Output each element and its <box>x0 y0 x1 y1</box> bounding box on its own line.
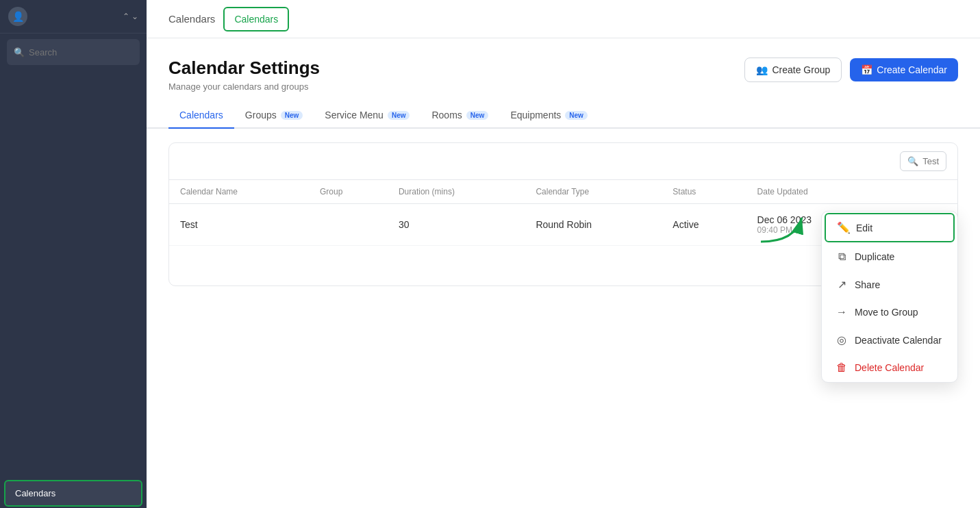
col-actions <box>880 180 957 204</box>
page-title: Calendar Settings <box>168 58 320 79</box>
sidebar-user-menu[interactable]: 👤 ⌃ ⌄ <box>0 0 147 34</box>
search-input[interactable] <box>29 47 144 58</box>
user-icon: 👤 <box>8 7 27 26</box>
create-calendar-button[interactable]: 📅 Create Calendar <box>850 58 958 81</box>
tab-calendars-label: Calendars <box>179 110 223 120</box>
create-calendar-label: Create Calendar <box>877 64 947 75</box>
tab-equipments-badge: New <box>565 111 588 120</box>
menu-item-edit-label: Edit <box>856 223 872 233</box>
table-toolbar: 🔍 Test <box>169 143 957 180</box>
menu-item-move-to-group[interactable]: → Move to Group <box>825 299 955 325</box>
tab-service-menu-badge: New <box>388 111 410 120</box>
main-content: Calendars Calendars Calendar Settings Ma… <box>147 0 980 508</box>
delete-icon: 🗑 <box>835 361 848 374</box>
menu-item-deactivate[interactable]: ◎ Deactivate Calendar <box>825 327 955 353</box>
menu-item-share[interactable]: ↗ Share <box>825 271 955 298</box>
table-header-row: Calendar Name Group Duration (mins) Cale… <box>169 180 957 204</box>
col-group: Group <box>309 180 388 204</box>
col-status: Status <box>662 180 746 204</box>
tab-rooms-badge: New <box>466 111 489 120</box>
sidebar-item-calendars[interactable]: Calendars <box>4 480 142 507</box>
menu-item-move-label: Move to Group <box>855 307 918 318</box>
menu-item-deactivate-label: Deactivate Calendar <box>855 335 942 346</box>
header-actions: 👥 Create Group 📅 Create Calendar <box>744 58 958 82</box>
menu-item-duplicate[interactable]: ⧉ Duplicate <box>825 244 955 270</box>
top-tab-page-label: Calendars <box>163 13 221 25</box>
top-tab-calendars-label: Calendars <box>234 14 278 25</box>
search-box: 🔍 Test <box>900 151 946 171</box>
tab-groups[interactable]: Groups New <box>234 103 314 127</box>
menu-item-delete[interactable]: 🗑 Delete Calendar <box>825 355 955 381</box>
menu-item-edit[interactable]: ✏️ Edit <box>825 213 955 242</box>
create-calendar-icon: 📅 <box>861 64 872 75</box>
content-area: 🔍 Test Calendar Name Group Duration (min… <box>147 129 980 508</box>
create-group-label: Create Group <box>772 64 830 75</box>
search-icon: 🔍 <box>14 47 25 58</box>
share-icon: ↗ <box>835 278 848 291</box>
cell-status: Active <box>662 204 746 246</box>
menu-item-share-label: Share <box>855 279 880 290</box>
cell-calendar-name: Test <box>169 204 309 246</box>
tab-groups-label: Groups <box>245 110 277 120</box>
tab-equipments[interactable]: Equipments New <box>499 103 599 127</box>
page-header: Calendar Settings Manage your calendars … <box>147 38 980 103</box>
col-date-updated: Date Updated <box>746 180 881 204</box>
chevron-icon: ⌃ ⌄ <box>123 12 138 21</box>
cell-type: Round Robin <box>525 204 662 246</box>
duplicate-icon: ⧉ <box>835 251 848 263</box>
search-box-icon: 🔍 <box>907 156 918 166</box>
col-calendar-type: Calendar Type <box>525 180 662 204</box>
context-menu: ✏️ Edit ⧉ Duplicate ↗ Share → Move to Gr… <box>821 211 958 383</box>
edit-icon: ✏️ <box>837 221 849 234</box>
cell-duration: 30 <box>388 204 525 246</box>
col-calendar-name: Calendar Name <box>169 180 309 204</box>
menu-item-duplicate-label: Duplicate <box>855 251 894 262</box>
create-group-button[interactable]: 👥 Create Group <box>744 58 842 82</box>
arrow-indicator <box>754 207 809 251</box>
page-subtitle: Manage your calendars and groups <box>168 81 320 92</box>
search-box-value: Test <box>922 156 939 166</box>
tab-groups-badge: New <box>281 111 303 120</box>
col-duration: Duration (mins) <box>388 180 525 204</box>
sidebar-item-label: Calendars <box>15 488 55 498</box>
page-header-text: Calendar Settings Manage your calendars … <box>168 58 320 92</box>
tab-equipments-label: Equipments <box>510 110 561 120</box>
sidebar: 👤 ⌃ ⌄ 🔍 ⌘ K ⚡ Calendars <box>0 0 147 508</box>
move-icon: → <box>835 306 848 318</box>
sub-tab-bar: Calendars Groups New Service Menu New Ro… <box>147 103 980 129</box>
tab-service-menu[interactable]: Service Menu New <box>314 103 420 127</box>
tab-service-menu-label: Service Menu <box>325 110 384 120</box>
create-group-icon: 👥 <box>756 64 768 75</box>
deactivate-icon: ◎ <box>835 333 848 346</box>
tab-rooms[interactable]: Rooms New <box>420 103 499 127</box>
menu-item-delete-label: Delete Calendar <box>855 362 924 373</box>
cell-group <box>309 204 388 246</box>
tab-calendars[interactable]: Calendars <box>168 103 234 129</box>
top-tab-calendars[interactable]: Calendars <box>223 7 289 31</box>
top-tab-bar: Calendars Calendars <box>147 0 980 38</box>
sidebar-search-container: 🔍 ⌘ K ⚡ <box>7 39 140 65</box>
tab-rooms-label: Rooms <box>431 110 462 120</box>
